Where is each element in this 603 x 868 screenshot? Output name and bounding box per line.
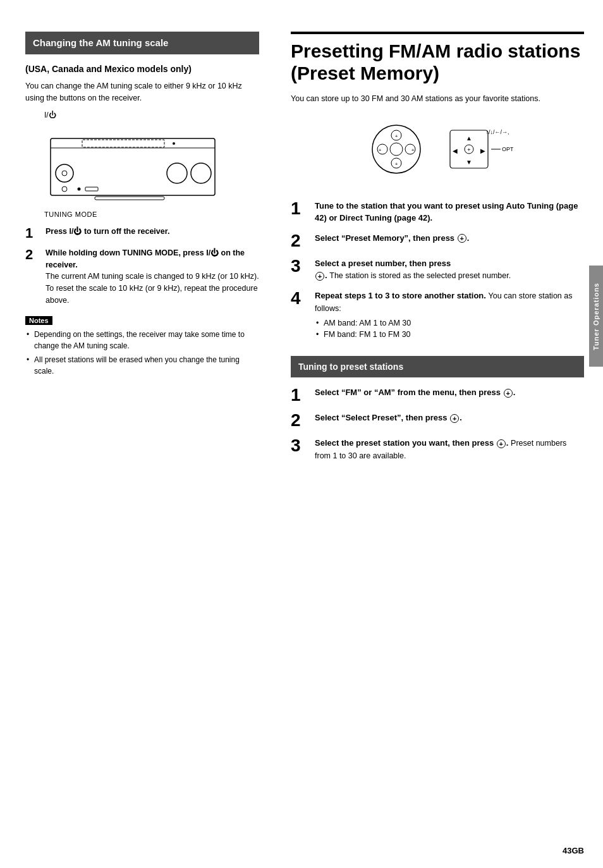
right-step-3-number: 3 <box>291 257 311 275</box>
step-1-content: Press I/⏻ to turn off the receiver. <box>46 226 259 238</box>
step-1-number: 1 <box>25 226 42 241</box>
right-step-2: 2 Select “Preset Memory”, then press +. <box>291 232 584 250</box>
right-step-4-number: 4 <box>291 290 311 307</box>
svg-text:◀: ◀ <box>453 147 458 154</box>
t-step1-plus-btn: + <box>504 389 513 398</box>
step-2-content: While holding down TUNING MODE, press I/… <box>46 247 259 307</box>
tuning-step-3-number: 3 <box>291 437 311 455</box>
right-step-1-content: Tune to the station that you want to pre… <box>315 200 584 224</box>
right-step-4-content: Repeat steps 1 to 3 to store another sta… <box>315 290 584 343</box>
svg-text:+: + <box>467 147 470 153</box>
tuning-step-1: 1 Select “FM” or “AM” from the menu, the… <box>291 386 584 404</box>
left-section-title: Changing the AM tuning scale <box>25 32 259 54</box>
power-label: I/⏻ <box>44 111 259 119</box>
step4-bullets: AM band: AM 1 to AM 30 FM band: FM 1 to … <box>315 317 584 341</box>
tuning-step-2: 2 Select “Select Preset”, then press +. <box>291 412 584 429</box>
svg-rect-11 <box>95 197 164 200</box>
step-2-number: 2 <box>25 247 42 262</box>
svg-point-17 <box>390 143 403 156</box>
right-column: Presetting FM/AM radio stations (Preset … <box>278 19 603 849</box>
svg-point-7 <box>78 187 81 190</box>
svg-point-5 <box>62 171 67 176</box>
svg-rect-2 <box>82 140 164 147</box>
svg-rect-8 <box>85 187 98 191</box>
device-image <box>44 126 221 208</box>
svg-text:+: + <box>379 147 382 153</box>
right-step-3: 3 Select a preset number, then press+. T… <box>291 257 584 282</box>
svg-text:+: + <box>411 147 415 153</box>
svg-text:▼: ▼ <box>466 159 472 166</box>
tuning-step-2-number: 2 <box>291 412 311 429</box>
tuning-step-3: 3 Select the preset station you want, th… <box>291 437 584 462</box>
step4-bullet-2: FM band: FM 1 to FM 30 <box>315 329 584 341</box>
svg-text:OPTIONS: OPTIONS <box>502 146 513 152</box>
intro-text: You can change the AM tuning scale to ei… <box>25 80 259 104</box>
tuning-step-1-content: Select “FM” or “AM” from the menu, then … <box>315 386 584 399</box>
svg-point-4 <box>56 164 73 182</box>
tuning-section: Tuning to preset stations 1 Select “FM” … <box>291 356 584 462</box>
tuning-step-2-content: Select “Select Preset”, then press +. <box>315 412 584 424</box>
step-1: 1 Press I/⏻ to turn off the receiver. <box>25 226 259 241</box>
notes-label: Notes <box>25 316 52 325</box>
svg-text:▶: ▶ <box>480 147 485 154</box>
right-intro: You can store up to 30 FM and 30 AM stat… <box>291 93 584 105</box>
left-column: Changing the AM tuning scale (USA, Canad… <box>0 19 278 849</box>
step2-plus-btn: + <box>458 234 466 243</box>
step3-plus-btn: + <box>315 272 324 281</box>
right-step-1-number: 1 <box>291 200 311 217</box>
svg-text:▲: ▲ <box>466 135 472 142</box>
tuning-mode-label: TUNING MODE <box>44 211 259 218</box>
right-step-3-content: Select a preset number, then press+. The… <box>315 257 584 282</box>
svg-point-10 <box>191 163 211 183</box>
notes-box: Notes Depending on the settings, the rec… <box>25 315 259 377</box>
tuning-section-title: Tuning to preset stations <box>291 356 584 377</box>
t-step2-plus-btn: + <box>450 414 459 423</box>
main-title: Presetting FM/AM radio stations (Preset … <box>291 32 584 84</box>
t-step3-plus-btn: + <box>497 439 506 448</box>
page-number: 43GB <box>563 846 584 855</box>
step-2: 2 While holding down TUNING MODE, press … <box>25 247 259 307</box>
step4-bullet-1: AM band: AM 1 to AM 30 <box>315 317 584 329</box>
right-step-2-content: Select “Preset Memory”, then press +. <box>315 232 584 245</box>
tuning-step-3-content: Select the preset station you want, then… <box>315 437 584 462</box>
notes-list: Depending on the settings, the receiver … <box>25 329 259 377</box>
svg-text:+: + <box>395 161 398 167</box>
svg-point-3 <box>173 142 175 145</box>
note-item-2: All preset stations will be erased when … <box>25 354 259 377</box>
svg-text:+: + <box>395 133 398 139</box>
svg-point-9 <box>167 163 187 183</box>
right-step-2-number: 2 <box>291 232 311 250</box>
options-diagram: + + + + ▲ ▼ ◀ ▶ + ↑/↓/←/→, <box>362 111 513 187</box>
subsection-title: (USA, Canada and Mexico models only) <box>25 63 259 76</box>
svg-point-6 <box>62 186 67 192</box>
right-step-1: 1 Tune to the station that you want to p… <box>291 200 584 224</box>
note-item-1: Depending on the settings, the receiver … <box>25 329 259 351</box>
right-step-4: 4 Repeat steps 1 to 3 to store another s… <box>291 290 584 343</box>
tuning-step-1-number: 1 <box>291 386 311 404</box>
svg-text:↑/↓/←/→,: ↑/↓/←/→, <box>485 129 509 135</box>
side-tab: Tuner Operations <box>589 266 603 367</box>
